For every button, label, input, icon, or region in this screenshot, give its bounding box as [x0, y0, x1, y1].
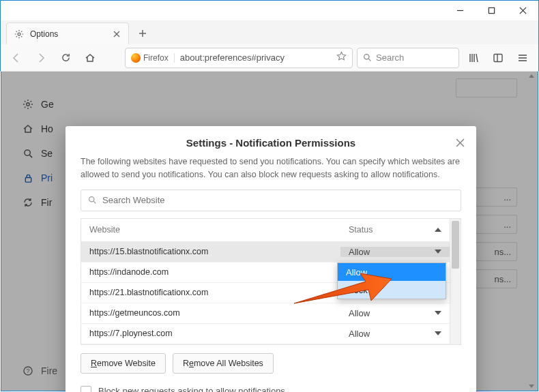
window-maximize-button[interactable] [476, 1, 507, 20]
table-scrollbar[interactable] [450, 219, 461, 344]
identity-badge[interactable]: Firefox [131, 53, 175, 63]
notification-permissions-dialog: Settings - Notification Permissions The … [65, 126, 476, 392]
website-cell: https://15.blastnotificationx.com [81, 247, 340, 256]
home-button[interactable] [80, 48, 100, 68]
back-button[interactable] [6, 48, 27, 68]
chevron-down-icon [435, 311, 441, 315]
status-dropdown[interactable]: Allow [340, 247, 450, 257]
firefox-icon [131, 53, 141, 63]
website-cell: https://indanode.com [81, 267, 340, 277]
website-cell: https://7.ploynest.com [81, 329, 340, 338]
reload-button[interactable] [55, 48, 76, 68]
url-bar[interactable]: Firefox about:preferences#privacy [125, 48, 353, 68]
svg-point-24 [89, 197, 94, 202]
block-new-requests-checkbox[interactable] [81, 386, 91, 393]
search-website-field[interactable] [81, 190, 461, 211]
column-website[interactable]: Website [81, 225, 340, 235]
dialog-description: The following websites have requested to… [81, 155, 461, 181]
table-header: Website Status [81, 219, 450, 242]
svg-line-10 [368, 59, 370, 61]
chevron-down-icon [435, 250, 441, 254]
remove-website-button[interactable]: RRemove Websiteemove Website [81, 353, 166, 374]
chevron-up-icon [435, 228, 441, 232]
tab-options[interactable]: Options [6, 22, 129, 44]
url-text: about:preferences#privacy [180, 52, 336, 63]
bookmark-star-icon[interactable] [336, 51, 347, 64]
menu-button[interactable] [512, 48, 533, 68]
dropdown-option-block[interactable]: Block [338, 281, 446, 299]
sidebar-button[interactable] [488, 48, 508, 68]
table-row[interactable]: https://getmeuncos.com Allow [81, 303, 450, 324]
window-minimize-button[interactable] [444, 1, 476, 20]
window-close-button[interactable] [507, 1, 538, 20]
search-icon [363, 53, 372, 62]
search-placeholder: Search [376, 52, 404, 63]
tab-close-icon[interactable] [112, 29, 121, 39]
tab-label: Options [30, 29, 112, 39]
window-titlebar [0, 0, 539, 20]
search-icon [88, 196, 97, 205]
identity-label: Firefox [143, 53, 169, 63]
library-button[interactable] [463, 48, 484, 68]
status-dropdown-menu: Allow Block [337, 262, 446, 299]
chevron-down-icon [435, 331, 441, 335]
browser-toolbar: Firefox about:preferences#privacy Search [0, 44, 539, 72]
status-dropdown[interactable]: Allow [340, 308, 450, 318]
tab-strip: Options [0, 20, 539, 44]
table-row[interactable]: https://7.ploynest.com Allow [81, 324, 450, 344]
status-dropdown[interactable]: Allow [340, 329, 450, 339]
gear-icon [14, 29, 25, 40]
svg-point-4 [18, 33, 20, 35]
website-cell: https://getmeuncos.com [81, 308, 340, 318]
new-tab-button[interactable] [133, 24, 152, 43]
dropdown-option-allow[interactable]: Allow [338, 263, 446, 281]
forward-button[interactable] [31, 48, 51, 68]
dialog-title: Settings - Notification Permissions [186, 137, 355, 149]
content-area: Ge Ho Se Pri Fir ? Fire ... ... ns... ns… [1, 72, 538, 391]
remove-all-websites-button[interactable]: Remove All WebsitesRemove All Websites [173, 353, 274, 374]
block-new-requests-label: Block new requests asking to allow notif… [98, 386, 285, 392]
search-box[interactable]: Search [357, 48, 459, 68]
table-row[interactable]: https://15.blastnotificationx.com Allow [81, 242, 450, 262]
svg-rect-11 [494, 54, 502, 61]
dialog-close-button[interactable] [453, 136, 467, 149]
search-website-input[interactable] [102, 195, 454, 205]
website-cell: https://21.blastnotificationx.com [81, 288, 340, 297]
svg-rect-1 [489, 7, 494, 13]
svg-point-9 [364, 55, 369, 59]
column-status[interactable]: Status [340, 225, 450, 235]
svg-line-25 [93, 201, 96, 203]
